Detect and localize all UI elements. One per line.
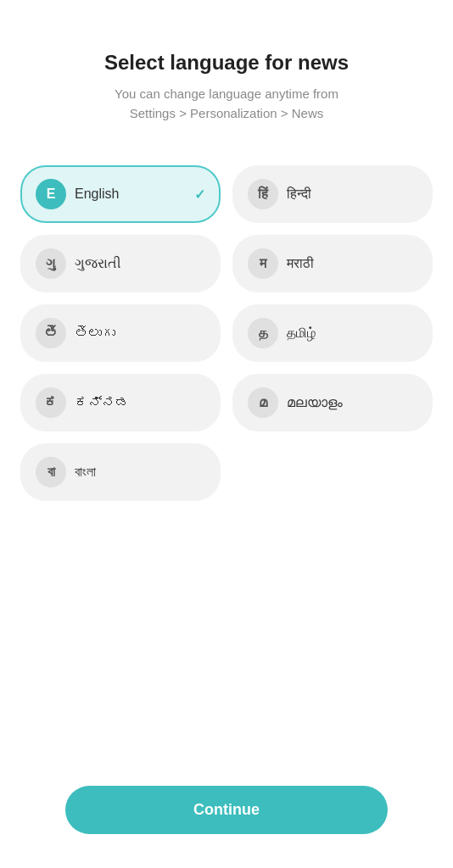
language-avatar-gujarati: ગુ bbox=[36, 248, 66, 279]
language-avatar-telugu: తె bbox=[36, 318, 66, 348]
language-name-kannada: ಕನ್ನಡ bbox=[75, 395, 205, 410]
language-name-english: English bbox=[75, 186, 186, 202]
language-item-english[interactable]: EEnglish✓ bbox=[20, 165, 221, 223]
language-avatar-kannada: ಕ bbox=[36, 387, 66, 418]
language-avatar-english: E bbox=[36, 179, 66, 209]
language-avatar-hindi: हिं bbox=[248, 179, 278, 209]
language-name-gujarati: ગુજરાતી bbox=[75, 256, 205, 271]
language-item-kannada[interactable]: ಕಕನ್ನಡ bbox=[20, 374, 221, 431]
language-avatar-marathi: म bbox=[248, 248, 278, 279]
language-avatar-tamil: த bbox=[248, 318, 278, 348]
language-item-tamil[interactable]: ததமிழ் bbox=[232, 304, 433, 362]
language-name-bangla: বাংলা bbox=[75, 465, 205, 480]
language-name-hindi: हिन्दी bbox=[287, 186, 417, 202]
language-item-bangla[interactable]: বাবাংলা bbox=[20, 443, 221, 501]
language-name-malayalam: മലയാളം bbox=[287, 395, 417, 410]
page-header: Select language for news You can change … bbox=[70, 0, 383, 140]
language-avatar-bangla: বা bbox=[36, 457, 66, 487]
language-item-hindi[interactable]: हिंहिन्दी bbox=[232, 165, 433, 223]
language-check-english: ✓ bbox=[194, 186, 205, 203]
language-item-gujarati[interactable]: ગુગુજરાતી bbox=[20, 235, 221, 292]
continue-button-wrapper: Continue bbox=[0, 786, 453, 834]
page-subtitle: You can change language anytime fromSett… bbox=[104, 85, 349, 123]
page-title: Select language for news bbox=[104, 51, 349, 75]
language-avatar-malayalam: മ bbox=[248, 387, 278, 418]
continue-button[interactable]: Continue bbox=[65, 786, 388, 834]
language-item-marathi[interactable]: ममराठी bbox=[232, 235, 433, 292]
language-name-marathi: मराठी bbox=[287, 256, 417, 271]
language-item-telugu[interactable]: తెతెలుగు bbox=[20, 304, 221, 362]
language-name-tamil: தமிழ் bbox=[287, 326, 417, 341]
language-grid: EEnglish✓हिंहिन्दीગુગુજરાતીममराठीతెతెలుగ… bbox=[0, 140, 453, 526]
language-name-telugu: తెలుగు bbox=[75, 326, 205, 341]
language-item-malayalam[interactable]: മമലയാളം bbox=[232, 374, 433, 431]
